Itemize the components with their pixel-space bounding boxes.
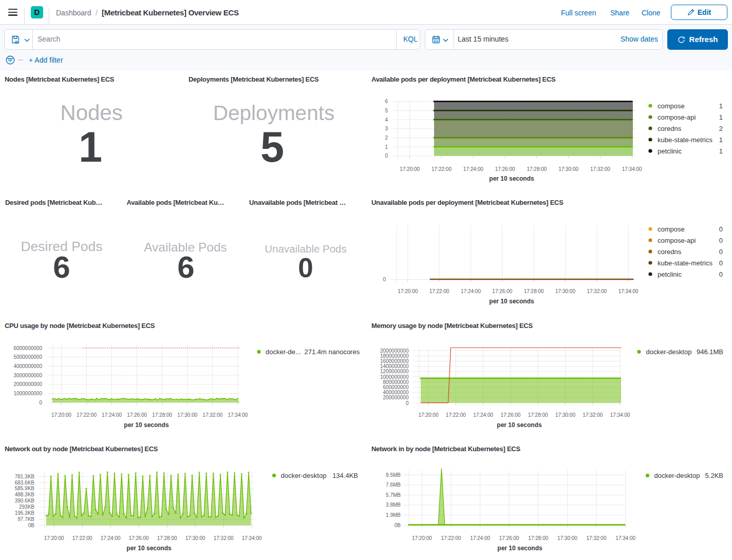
svg-text:17:34:00: 17:34:00 [242, 535, 262, 541]
svg-text:97.7KB: 97.7KB [17, 516, 34, 522]
svg-text:0: 0 [719, 271, 723, 278]
svg-text:2000000000: 2000000000 [13, 381, 42, 387]
svg-text:Deployments: Deployments [213, 101, 334, 125]
svg-text:17:32:00: 17:32:00 [214, 535, 234, 541]
svg-text:17:26:00: 17:26:00 [492, 288, 512, 294]
svg-text:0: 0 [719, 225, 723, 233]
svg-text:271.4m nanocores: 271.4m nanocores [305, 348, 360, 356]
svg-text:17:30:00: 17:30:00 [555, 288, 575, 294]
svg-text:coredns: coredns [658, 125, 682, 132]
svg-text:1: 1 [719, 113, 723, 121]
svg-text:17:32:00: 17:32:00 [590, 166, 610, 172]
svg-text:17:34:00: 17:34:00 [610, 412, 630, 418]
svg-text:200000000: 200000000 [383, 395, 408, 400]
svg-text:1: 1 [719, 147, 723, 155]
svg-text:195.3KB: 195.3KB [15, 510, 35, 516]
svg-text:946.1MB: 946.1MB [697, 348, 723, 356]
svg-text:5000000000: 5000000000 [13, 354, 42, 360]
svg-text:17:34:00: 17:34:00 [618, 288, 639, 294]
svg-text:Nodes: Nodes [60, 101, 122, 125]
svg-text:17:30:00: 17:30:00 [185, 535, 205, 541]
svg-text:1400000000: 1400000000 [380, 363, 409, 369]
svg-text:per 10 seconds: per 10 seconds [126, 545, 172, 552]
svg-text:2: 2 [385, 135, 388, 141]
svg-text:17:20:00: 17:20:00 [419, 412, 439, 418]
svg-text:1200000000: 1200000000 [380, 369, 409, 374]
svg-text:1800000000: 1800000000 [380, 353, 409, 359]
svg-text:781.3KB: 781.3KB [15, 474, 35, 479]
svg-text:17:22:00: 17:22:00 [446, 412, 466, 418]
svg-text:17:32:00: 17:32:00 [587, 535, 607, 541]
svg-text:1600000000: 1600000000 [380, 358, 409, 364]
svg-text:compose-api: compose-api [658, 237, 696, 244]
svg-text:0B: 0B [395, 523, 401, 528]
svg-text:7.6MB: 7.6MB [386, 482, 401, 488]
svg-text:17:26:00: 17:26:00 [495, 166, 515, 172]
svg-text:2000000000: 2000000000 [380, 348, 409, 354]
svg-text:6: 6 [385, 99, 388, 104]
svg-text:9.5MB: 9.5MB [386, 472, 401, 478]
svg-text:17:22:00: 17:22:00 [429, 288, 449, 294]
svg-text:3.8MB: 3.8MB [386, 502, 401, 508]
svg-text:docker-de...: docker-de... [266, 348, 301, 356]
svg-text:17:28:00: 17:28:00 [528, 535, 548, 541]
svg-text:17:32:00: 17:32:00 [202, 412, 222, 418]
svg-text:6000000000: 6000000000 [13, 345, 42, 351]
svg-text:per 10 seconds: per 10 seconds [497, 545, 542, 552]
svg-text:17:30:00: 17:30:00 [555, 412, 575, 418]
svg-text:docker-desktop: docker-desktop [646, 348, 692, 356]
svg-text:600000000: 600000000 [383, 384, 408, 390]
svg-text:kube-state-metrics: kube-state-metrics [658, 136, 712, 144]
svg-text:293KB: 293KB [19, 504, 34, 510]
svg-text:17:34:00: 17:34:00 [228, 412, 248, 418]
svg-text:0: 0 [385, 153, 388, 159]
svg-text:488.3KB: 488.3KB [15, 492, 35, 497]
svg-text:17:26:00: 17:26:00 [500, 412, 520, 418]
svg-text:per 10 seconds: per 10 seconds [489, 175, 534, 182]
svg-text:17:32:00: 17:32:00 [583, 412, 603, 418]
svg-text:17:32:00: 17:32:00 [587, 288, 607, 294]
svg-text:petclinic: petclinic [658, 147, 682, 155]
svg-text:585.9KB: 585.9KB [15, 486, 35, 491]
svg-text:390.6KB: 390.6KB [15, 498, 35, 504]
svg-text:2: 2 [719, 125, 723, 132]
svg-text:17:28:00: 17:28:00 [527, 166, 547, 172]
svg-text:17:22:00: 17:22:00 [431, 166, 452, 172]
svg-text:17:20:00: 17:20:00 [44, 535, 64, 541]
svg-text:1.9MB: 1.9MB [386, 512, 401, 518]
svg-text:6: 6 [53, 250, 70, 284]
svg-text:0: 0 [719, 259, 723, 267]
svg-text:compose: compose [658, 225, 685, 233]
svg-text:0: 0 [719, 248, 723, 256]
svg-text:17:26:00: 17:26:00 [499, 535, 519, 541]
svg-text:683.6KB: 683.6KB [15, 480, 35, 486]
svg-text:17:34:00: 17:34:00 [622, 166, 642, 172]
svg-text:17:28:00: 17:28:00 [528, 412, 548, 418]
svg-text:17:34:00: 17:34:00 [615, 535, 635, 541]
svg-text:1000000000: 1000000000 [380, 374, 409, 380]
svg-text:5.7MB: 5.7MB [386, 492, 401, 498]
svg-text:17:26:00: 17:26:00 [127, 412, 147, 418]
svg-text:petclinic: petclinic [658, 271, 682, 278]
svg-text:800000000: 800000000 [383, 379, 408, 385]
svg-text:17:28:00: 17:28:00 [152, 412, 172, 418]
svg-text:3: 3 [385, 126, 388, 131]
svg-text:0: 0 [383, 277, 386, 282]
svg-text:1: 1 [719, 136, 723, 144]
svg-text:0: 0 [406, 400, 409, 406]
svg-text:1: 1 [719, 102, 723, 110]
svg-text:17:24:00: 17:24:00 [470, 535, 490, 541]
svg-text:17:24:00: 17:24:00 [473, 412, 493, 418]
svg-text:per 10 seconds: per 10 seconds [497, 421, 542, 429]
svg-text:17:22:00: 17:22:00 [441, 535, 461, 541]
svg-text:compose-api: compose-api [658, 113, 696, 121]
svg-text:17:22:00: 17:22:00 [72, 535, 92, 541]
svg-text:kube-state-metrics: kube-state-metrics [658, 259, 712, 267]
svg-text:1000000000: 1000000000 [13, 391, 42, 396]
svg-text:4000000000: 4000000000 [13, 363, 42, 369]
svg-text:compose: compose [658, 102, 685, 110]
svg-text:per 10 seconds: per 10 seconds [489, 298, 534, 305]
svg-text:17:20:00: 17:20:00 [400, 166, 420, 172]
svg-text:1: 1 [385, 144, 388, 150]
svg-text:17:24:00: 17:24:00 [102, 412, 122, 418]
